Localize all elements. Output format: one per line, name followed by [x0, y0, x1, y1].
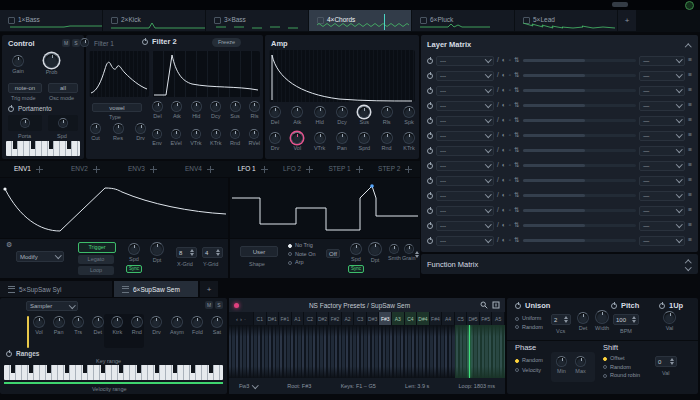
- amp-out-knob[interactable]: [381, 132, 393, 144]
- curve-shape-icon[interactable]: ◐: [502, 87, 506, 94]
- bipolar-icon[interactable]: ⇅: [514, 162, 519, 169]
- mod-amount-slider[interactable]: [523, 209, 637, 212]
- unison-detune-knob[interactable]: [577, 312, 589, 324]
- env-tab[interactable]: ENV4: [185, 166, 214, 173]
- drag-handle-icon[interactable]: [405, 166, 412, 173]
- unipolar-icon[interactable]: ◦: [509, 57, 511, 64]
- env-mode-button[interactable]: Loop: [78, 266, 114, 275]
- mod-amount-slider[interactable]: [523, 89, 637, 92]
- row-menu-icon[interactable]: ≡: [688, 207, 692, 214]
- filter-env-knob[interactable]: [249, 101, 260, 112]
- amp-out-knob[interactable]: [336, 132, 348, 144]
- bipolar-icon[interactable]: ⇅: [514, 72, 519, 79]
- shift-value-stepper[interactable]: 0: [655, 356, 677, 367]
- pitch-value-stepper[interactable]: 100: [613, 314, 639, 325]
- row-menu-icon[interactable]: ≡: [688, 102, 692, 109]
- filter-env-knob[interactable]: [152, 101, 163, 112]
- porta-knob[interactable]: [20, 118, 30, 128]
- note-cell[interactable]: F#5: [480, 312, 493, 325]
- note-cell[interactable]: D#3: [367, 312, 380, 325]
- curve-shape-icon[interactable]: ◐: [502, 222, 506, 229]
- note-cell[interactable]: A1: [292, 312, 305, 325]
- curve-shape-icon[interactable]: ◐: [502, 192, 506, 199]
- sampler-knob[interactable]: [131, 316, 143, 328]
- x-grid-stepper[interactable]: 8: [176, 247, 197, 258]
- velocity-range-bar[interactable]: [4, 382, 223, 384]
- row-menu-icon[interactable]: ≡: [688, 117, 692, 124]
- amp-env-knob[interactable]: [314, 106, 326, 118]
- lfo-tab[interactable]: LFO 2: [283, 166, 313, 173]
- bipolar-icon[interactable]: ⇅: [514, 57, 519, 64]
- sampler-knob[interactable]: [111, 316, 123, 328]
- note-cell[interactable]: A2: [342, 312, 355, 325]
- unipolar-icon[interactable]: ◦: [509, 102, 511, 109]
- drag-handle-icon[interactable]: [306, 166, 313, 173]
- curve-linear-icon[interactable]: /: [497, 207, 499, 214]
- row-menu-icon[interactable]: ≡: [688, 132, 692, 139]
- shift-offset-option[interactable]: Offset: [603, 356, 640, 362]
- mod-source-select[interactable]: ---: [436, 131, 494, 141]
- layer-tab-3-bass[interactable]: 3×Bass: [206, 10, 308, 31]
- pitch-power-icon[interactable]: [611, 303, 617, 309]
- unison-power-icon[interactable]: [515, 303, 521, 309]
- osc-tab-6[interactable]: 6×SupSaw Sem: [114, 281, 198, 297]
- mod-target-select[interactable]: —: [639, 146, 685, 156]
- phase-random-option[interactable]: Random: [515, 358, 543, 364]
- note-cell[interactable]: D#4: [417, 312, 430, 325]
- note-cell[interactable]: F#3: [379, 312, 392, 325]
- lfo-speed-knob[interactable]: [350, 243, 362, 255]
- mod-target-select[interactable]: —: [639, 101, 685, 111]
- curve-shape-icon[interactable]: ◐: [502, 117, 506, 124]
- drag-handle-icon[interactable]: [93, 166, 100, 173]
- shift-random-option[interactable]: Random: [603, 365, 640, 371]
- unison-random-option[interactable]: Random: [515, 325, 543, 331]
- mod-source-select[interactable]: ---: [436, 221, 494, 231]
- row-menu-icon[interactable]: ≡: [688, 177, 692, 184]
- unison-uniform-option[interactable]: Uniform: [515, 316, 543, 322]
- mod-amount-slider[interactable]: [523, 194, 637, 197]
- mod-amount-slider[interactable]: [523, 239, 637, 242]
- curve-linear-icon[interactable]: /: [497, 222, 499, 229]
- sampler-knob[interactable]: [92, 316, 104, 328]
- env-mode-button[interactable]: Trigger: [78, 242, 116, 253]
- curve-linear-icon[interactable]: /: [497, 177, 499, 184]
- row-power-icon[interactable]: [427, 118, 433, 124]
- add-osc-button[interactable]: +: [200, 281, 218, 297]
- unipolar-icon[interactable]: ◦: [509, 147, 511, 154]
- phase-velocity-option[interactable]: Velocity: [515, 368, 543, 374]
- row-power-icon[interactable]: [427, 88, 433, 94]
- filter-spectrum-display[interactable]: [89, 51, 149, 97]
- mod-amount-slider[interactable]: [523, 179, 637, 182]
- drag-handle-icon[interactable]: [150, 166, 157, 173]
- unison-voices-stepper[interactable]: 2: [551, 314, 571, 325]
- amp-out-knob[interactable]: [291, 132, 303, 144]
- solo-button[interactable]: S: [72, 39, 80, 47]
- filter-knob[interactable]: [135, 123, 146, 134]
- curve-linear-icon[interactable]: /: [497, 192, 499, 199]
- amp-env-knob[interactable]: [269, 106, 281, 118]
- lfo-off-button[interactable]: Off: [326, 249, 340, 258]
- note-cell[interactable]: C5: [455, 312, 468, 325]
- env-editor[interactable]: [0, 178, 228, 238]
- mute-button[interactable]: M: [62, 39, 70, 47]
- row-power-icon[interactable]: [427, 133, 433, 139]
- lfo-range-stepper[interactable]: [415, 251, 419, 258]
- mod-source-select[interactable]: ---: [436, 116, 494, 126]
- curve-shape-icon[interactable]: ◐: [502, 237, 506, 244]
- note-cell[interactable]: F#4: [430, 312, 443, 325]
- mod-source-select[interactable]: ---: [436, 56, 494, 66]
- unipolar-icon[interactable]: ◦: [509, 132, 511, 139]
- bipolar-icon[interactable]: ⇅: [514, 147, 519, 154]
- note-nav[interactable]: ‹›·: [229, 312, 254, 325]
- mod-amount-slider[interactable]: [523, 74, 637, 77]
- row-power-icon[interactable]: [427, 238, 433, 244]
- row-menu-icon[interactable]: ≡: [688, 147, 692, 154]
- note-cell[interactable]: C1: [254, 312, 267, 325]
- osc-tab-5[interactable]: 5×SupSaw Syl: [0, 281, 112, 297]
- oneup-power-icon[interactable]: [659, 303, 665, 309]
- root-note-value[interactable]: Root: F#3: [287, 383, 311, 389]
- curve-shape-icon[interactable]: ◐: [502, 72, 506, 79]
- range-keyboard[interactable]: [4, 365, 223, 380]
- mod-source-select[interactable]: ---: [436, 146, 494, 156]
- mod-target-select[interactable]: —: [639, 116, 685, 126]
